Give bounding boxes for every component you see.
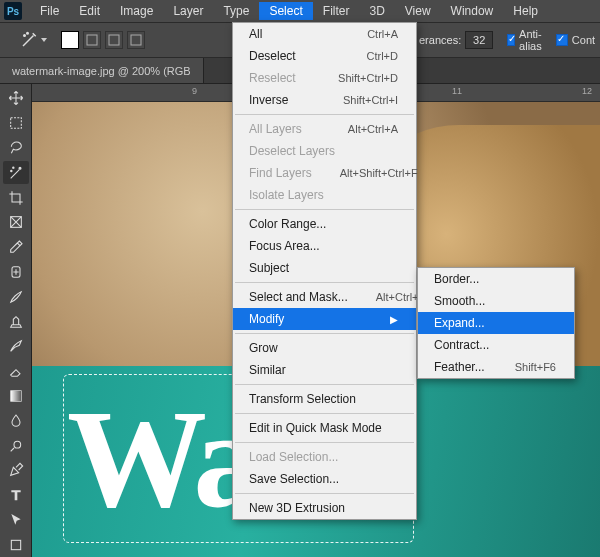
submenu-arrow-icon: ▶ (390, 314, 398, 325)
sample-add-icon[interactable] (83, 31, 101, 49)
svg-point-1 (27, 33, 29, 35)
menu-item-label: Deselect (249, 49, 367, 63)
menu-item[interactable]: Expand... (418, 312, 574, 334)
brush-tool[interactable] (3, 285, 29, 308)
menu-item[interactable]: Color Range... (233, 213, 416, 235)
healing-brush-tool[interactable] (3, 261, 29, 284)
tolerance-label: erances: (419, 34, 461, 46)
tolerance-input[interactable] (465, 31, 493, 49)
menu-item: Load Selection... (233, 446, 416, 468)
path-selection-tool[interactable] (3, 509, 29, 532)
menu-item-label: Modify (249, 312, 390, 326)
menu-item[interactable]: Border... (418, 268, 574, 290)
menu-item: Find LayersAlt+Shift+Ctrl+F (233, 162, 416, 184)
menu-item-label: Load Selection... (249, 450, 398, 464)
menu-item-shortcut: Shift+Ctrl+D (338, 72, 398, 84)
contiguous-checkbox[interactable]: Cont (556, 34, 595, 46)
menu-item-shortcut: Alt+Ctrl+A (348, 123, 398, 135)
menu-item-label: All (249, 27, 367, 41)
checkbox-icon (507, 34, 515, 46)
menu-help[interactable]: Help (503, 2, 548, 20)
menu-item-label: Focus Area... (249, 239, 398, 253)
magic-wand-tool[interactable] (3, 161, 29, 184)
menu-item-label: Grow (249, 341, 398, 355)
sample-point-icon[interactable] (61, 31, 79, 49)
menu-view[interactable]: View (395, 2, 441, 20)
menu-type[interactable]: Type (213, 2, 259, 20)
menu-item-shortcut: Alt+Shift+Ctrl+F (340, 167, 418, 179)
menu-file[interactable]: File (30, 2, 69, 20)
ruler-tick: 9 (192, 86, 197, 96)
menu-item[interactable]: AllCtrl+A (233, 23, 416, 45)
tool-strip (0, 84, 32, 557)
menu-layer[interactable]: Layer (163, 2, 213, 20)
contiguous-label: Cont (572, 34, 595, 46)
document-tab-title: watermark-image.jpg @ 200% (RGB (12, 65, 191, 77)
menu-item-label: Similar (249, 363, 398, 377)
crop-tool[interactable] (3, 186, 29, 209)
eyedropper-tool[interactable] (3, 236, 29, 259)
dodge-tool[interactable] (3, 434, 29, 457)
menu-item[interactable]: InverseShift+Ctrl+I (233, 89, 416, 111)
svg-point-0 (24, 35, 26, 37)
history-brush-tool[interactable] (3, 335, 29, 358)
menu-item: ReselectShift+Ctrl+D (233, 67, 416, 89)
menu-item-label: New 3D Extrusion (249, 501, 398, 515)
blur-tool[interactable] (3, 409, 29, 432)
lasso-tool[interactable] (3, 137, 29, 160)
shape-tool[interactable] (3, 533, 29, 556)
menu-item-label: Expand... (434, 316, 556, 330)
ruler-tick: 11 (452, 86, 462, 96)
menu-item-shortcut: Ctrl+A (367, 28, 398, 40)
clone-stamp-tool[interactable] (3, 310, 29, 333)
select-dropdown-menu: AllCtrl+ADeselectCtrl+DReselectShift+Ctr… (232, 22, 417, 520)
menu-item[interactable]: Subject (233, 257, 416, 279)
menu-item-label: Smooth... (434, 294, 556, 308)
menu-item[interactable]: Similar (233, 359, 416, 381)
menu-image[interactable]: Image (110, 2, 163, 20)
menu-filter[interactable]: Filter (313, 2, 360, 20)
menu-item[interactable]: Select and Mask...Alt+Ctrl+R (233, 286, 416, 308)
menu-item-shortcut: Ctrl+D (367, 50, 398, 62)
modify-submenu: Border...Smooth...Expand...Contract...Fe… (417, 267, 575, 379)
move-tool[interactable] (3, 87, 29, 110)
menu-item[interactable]: Edit in Quick Mask Mode (233, 417, 416, 439)
gradient-tool[interactable] (3, 385, 29, 408)
menu-item-label: Deselect Layers (249, 144, 398, 158)
menu-item[interactable]: Grow (233, 337, 416, 359)
menu-item-label: Subject (249, 261, 398, 275)
type-tool[interactable] (3, 484, 29, 507)
menu-item-label: Contract... (434, 338, 556, 352)
menu-item: Deselect Layers (233, 140, 416, 162)
menu-item[interactable]: Feather...Shift+F6 (418, 356, 574, 378)
marquee-tool[interactable] (3, 112, 29, 135)
menu-item-label: Edit in Quick Mask Mode (249, 421, 410, 435)
menu-item[interactable]: Save Selection... (233, 468, 416, 490)
sample-intersect-icon[interactable] (127, 31, 145, 49)
document-tab[interactable]: watermark-image.jpg @ 200% (RGB (0, 58, 204, 83)
menu-item[interactable]: DeselectCtrl+D (233, 45, 416, 67)
sample-subtract-icon[interactable] (105, 31, 123, 49)
pen-tool[interactable] (3, 459, 29, 482)
menu-item-label: Transform Selection (249, 392, 398, 406)
menu-edit[interactable]: Edit (69, 2, 110, 20)
eraser-tool[interactable] (3, 360, 29, 383)
menu-select[interactable]: Select (259, 2, 312, 20)
tool-preset[interactable] (20, 31, 47, 49)
chevron-down-icon (41, 38, 47, 42)
menu-item-label: Isolate Layers (249, 188, 398, 202)
menu-item-shortcut: Shift+F6 (515, 361, 556, 373)
anti-alias-checkbox[interactable]: Anti-alias (507, 28, 546, 52)
menu-3d[interactable]: 3D (359, 2, 394, 20)
menu-item-label: Feather... (434, 360, 515, 374)
menu-item[interactable]: New 3D Extrusion (233, 497, 416, 519)
menu-window[interactable]: Window (441, 2, 504, 20)
menu-item[interactable]: Transform Selection (233, 388, 416, 410)
menu-item[interactable]: Contract... (418, 334, 574, 356)
frame-tool[interactable] (3, 211, 29, 234)
menu-item-label: Color Range... (249, 217, 398, 231)
menu-item-label: All Layers (249, 122, 348, 136)
menu-item[interactable]: Focus Area... (233, 235, 416, 257)
menu-item[interactable]: Modify▶ (233, 308, 416, 330)
menu-item[interactable]: Smooth... (418, 290, 574, 312)
